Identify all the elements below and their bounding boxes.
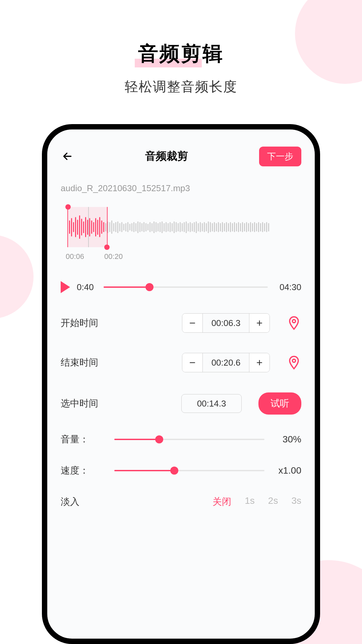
next-button[interactable]: 下一步: [259, 147, 301, 166]
player-progress-fill: [104, 286, 149, 288]
fade-in-option-3s[interactable]: 3s: [291, 495, 301, 508]
selected-time-value: 00:14.3: [181, 394, 242, 413]
svg-point-1: [292, 359, 295, 362]
start-time-minus-button[interactable]: −: [182, 314, 202, 332]
phone-mockup: 音频裁剪 下一步 audio_R_20210630_152517.mp3 00:…: [42, 124, 320, 644]
page-title: 音频裁剪: [145, 149, 188, 164]
svg-point-0: [292, 320, 295, 323]
end-time-minus-button[interactable]: −: [182, 353, 202, 372]
volume-slider[interactable]: [114, 439, 264, 440]
fade-in-label: 淡入: [61, 495, 108, 508]
speed-label: 速度：: [61, 464, 108, 477]
back-button[interactable]: [61, 150, 74, 163]
playhead: [88, 207, 89, 247]
end-time-label: 结束时间: [61, 356, 108, 369]
waveform[interactable]: [61, 207, 301, 247]
selection-start-time: 00:06: [66, 252, 84, 261]
selection-start-handle[interactable]: [65, 204, 71, 210]
player-total-time: 04:30: [275, 282, 301, 292]
volume-slider-fill: [114, 439, 159, 440]
fade-in-option-1s[interactable]: 1s: [245, 495, 255, 508]
player-progress-thumb[interactable]: [145, 283, 154, 291]
volume-label: 音量：: [61, 433, 108, 446]
background-decoration: [0, 235, 34, 319]
end-time-stepper: − 00:20.6 +: [182, 353, 270, 372]
waveform-selection[interactable]: [67, 207, 108, 247]
fade-in-options: 关闭 1s 2s 3s: [213, 495, 301, 508]
fade-in-option-off[interactable]: 关闭: [213, 495, 231, 508]
preview-button[interactable]: 试听: [258, 392, 301, 415]
start-time-stepper: − 00:06.3 +: [182, 313, 270, 333]
filename-label: audio_R_20210630_152517.mp3: [61, 183, 301, 194]
play-button[interactable]: [61, 281, 70, 293]
promo-subtitle: 轻松调整音频长度: [0, 77, 362, 96]
promo-title: 音频剪辑: [138, 40, 224, 67]
end-time-plus-button[interactable]: +: [249, 353, 269, 372]
selection-end-handle[interactable]: [104, 245, 110, 250]
volume-value: 30%: [271, 434, 301, 445]
end-time-pin-icon[interactable]: [287, 355, 301, 370]
start-time-label: 开始时间: [61, 317, 108, 329]
volume-slider-thumb[interactable]: [155, 435, 163, 443]
speed-slider[interactable]: [114, 470, 264, 471]
fade-in-option-2s[interactable]: 2s: [268, 495, 278, 508]
selected-time-label: 选中时间: [61, 397, 108, 410]
start-time-value: 00:06.3: [202, 314, 249, 332]
player-progress[interactable]: [104, 286, 268, 288]
end-time-value: 00:20.6: [202, 353, 249, 372]
speed-value: x1.00: [271, 465, 301, 476]
arrow-left-icon: [62, 151, 73, 162]
selection-end-time: 00:20: [104, 252, 123, 261]
start-time-pin-icon[interactable]: [287, 316, 301, 330]
player-current-time: 0:40: [77, 282, 97, 292]
speed-slider-thumb[interactable]: [170, 467, 178, 475]
speed-slider-fill: [114, 470, 174, 471]
start-time-plus-button[interactable]: +: [249, 314, 269, 332]
